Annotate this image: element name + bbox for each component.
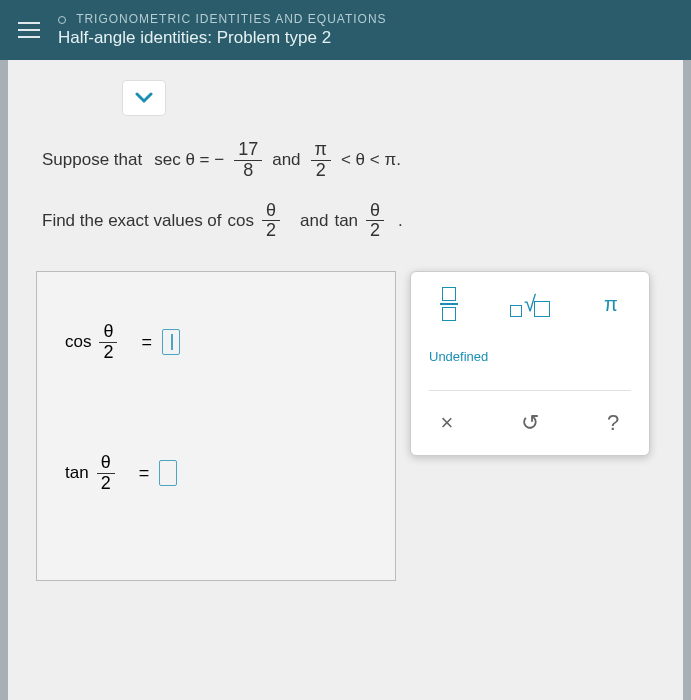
cos-answer-row: cos θ 2 = [65, 322, 367, 363]
undefined-tool[interactable]: Undefined [429, 338, 488, 374]
equals: = [141, 332, 152, 353]
expand-button[interactable] [122, 80, 166, 116]
tan-label: tan θ 2 [65, 453, 119, 494]
app-header: TRIGONOMETRIC IDENTITIES AND EQUATIONS H… [0, 0, 691, 60]
breadcrumb: TRIGONOMETRIC IDENTITIES AND EQUATIONS [58, 12, 673, 26]
problem-line-1: Suppose that sec θ = − 17 8 and π 2 < θ … [36, 140, 655, 181]
chevron-down-icon [135, 92, 153, 104]
period: . [398, 211, 403, 231]
pi-tool[interactable]: π [591, 286, 631, 322]
cos-half-theta: cos θ 2 [228, 201, 284, 242]
menu-icon[interactable] [18, 17, 40, 43]
text: and [300, 211, 328, 231]
cos-input[interactable] [162, 329, 180, 355]
text: and [272, 150, 300, 170]
nth-root-tool[interactable]: √ [510, 286, 550, 322]
problem-line-2: Find the exact values of cos θ 2 and tan… [36, 201, 655, 242]
tan-input[interactable] [159, 460, 177, 486]
problem-statement: Suppose that sec θ = − 17 8 and π 2 < θ … [8, 140, 683, 241]
answer-box: cos θ 2 = tan θ 2 = [36, 271, 396, 581]
cos-label: cos θ 2 [65, 322, 121, 363]
fraction-pi-2: π 2 [311, 140, 331, 181]
text: Find the exact values of [42, 211, 222, 231]
page-title: Half-angle identities: Problem type 2 [58, 28, 673, 48]
breadcrumb-label: TRIGONOMETRIC IDENTITIES AND EQUATIONS [76, 12, 386, 26]
reset-button[interactable]: ↺ [512, 405, 548, 441]
fraction-tool[interactable] [429, 286, 469, 322]
answer-area: cos θ 2 = tan θ 2 = [8, 271, 683, 581]
sec-expr: sec θ = − [154, 150, 224, 170]
text: Suppose that [42, 150, 142, 170]
equals: = [139, 463, 150, 484]
help-button[interactable]: ? [595, 405, 631, 441]
header-text: TRIGONOMETRIC IDENTITIES AND EQUATIONS H… [58, 12, 673, 48]
fraction-17-8: 17 8 [234, 140, 262, 181]
tan-answer-row: tan θ 2 = [65, 453, 367, 494]
tan-half-theta: tan θ 2 [334, 201, 388, 242]
math-toolbox: √ π Undefined × ↺ ? [410, 271, 650, 456]
content-area: Suppose that sec θ = − 17 8 and π 2 < θ … [8, 60, 683, 700]
clear-button[interactable]: × [429, 405, 465, 441]
inequality: < θ < π. [341, 150, 401, 170]
breadcrumb-bullet-icon [58, 16, 66, 24]
